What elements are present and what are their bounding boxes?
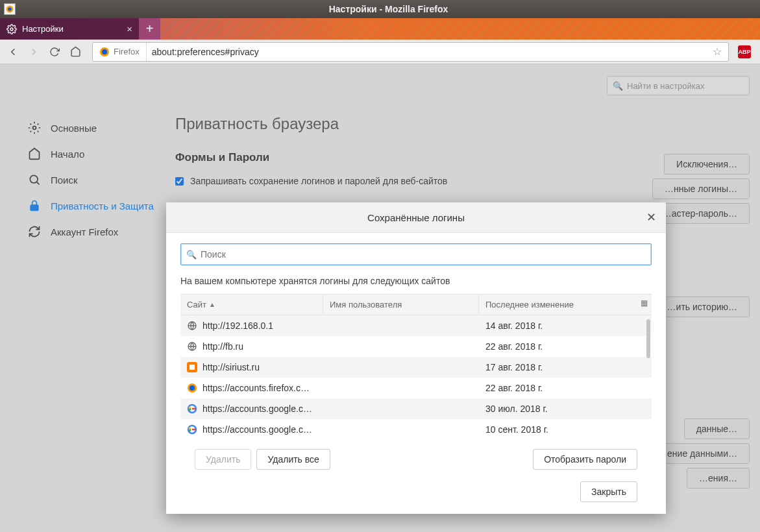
- column-picker-icon[interactable]: ▦: [641, 298, 648, 308]
- col-site[interactable]: Сайт▲: [180, 295, 323, 315]
- favicon: [187, 362, 197, 372]
- reload-button[interactable]: [45, 43, 64, 61]
- table-row[interactable]: https://accounts.firefox.c…22 авг. 2018 …: [180, 378, 652, 398]
- close-icon[interactable]: ×: [127, 23, 132, 34]
- table-row[interactable]: http://siriust.ru17 авг. 2018 г.: [180, 357, 652, 378]
- close-icon[interactable]: ✕: [644, 210, 658, 224]
- favicon: [187, 424, 197, 435]
- date-cell: 17 авг. 2018 г.: [479, 362, 652, 372]
- table-row[interactable]: http://fb.ru22 авг. 2018 г.: [180, 336, 652, 357]
- site-cell: http://192.168.0.1: [202, 320, 273, 331]
- app-icon: [4, 3, 16, 15]
- date-cell: 30 июл. 2018 г.: [479, 404, 652, 414]
- scrollbar[interactable]: [646, 319, 650, 358]
- col-username[interactable]: Имя пользователя: [323, 295, 479, 315]
- favicon: [187, 404, 197, 414]
- site-cell: https://accounts.google.c…: [202, 424, 312, 435]
- nav-toolbar: Firefox ☆ ABP: [0, 40, 760, 64]
- col-last-changed[interactable]: Последнее изменение: [479, 295, 652, 315]
- sort-asc-icon: ▲: [209, 301, 215, 308]
- dialog-footer: Удалить Удалить все Отобразить пароли: [180, 440, 652, 481]
- delete-all-button[interactable]: Удалить все: [256, 449, 330, 470]
- bookmark-star-icon[interactable]: ☆: [706, 45, 728, 58]
- logins-search-input[interactable]: [201, 249, 646, 260]
- date-cell: 10 сент. 2018 г.: [479, 424, 652, 435]
- dialog-title: Сохранённые логины: [367, 212, 465, 223]
- table-row[interactable]: http://192.168.0.114 авг. 2018 г.: [180, 315, 652, 336]
- forward-button[interactable]: [25, 43, 43, 61]
- table-row[interactable]: https://accounts.google.c…30 июл. 2018 г…: [180, 398, 652, 419]
- favicon: [187, 383, 197, 393]
- url-input[interactable]: [147, 47, 706, 57]
- urlbar[interactable]: Firefox ☆: [92, 42, 729, 62]
- svg-point-1: [8, 7, 11, 10]
- back-button[interactable]: [4, 43, 22, 61]
- favicon: [187, 341, 197, 352]
- table-row[interactable]: https://accounts.google.c…10 сент. 2018 …: [180, 419, 652, 440]
- svg-point-13: [190, 385, 195, 391]
- svg-point-4: [102, 49, 107, 54]
- table-header: Сайт▲ Имя пользователя Последнее изменен…: [180, 295, 652, 315]
- favicon: [187, 320, 197, 331]
- delete-button[interactable]: Удалить: [195, 449, 251, 470]
- identity-label: Firefox: [114, 47, 140, 56]
- date-cell: 14 авг. 2018 г.: [479, 320, 652, 331]
- dialog-header: Сохранённые логины ✕: [166, 202, 666, 233]
- logins-search[interactable]: 🔍: [180, 243, 652, 265]
- gear-icon: [6, 24, 17, 34]
- logins-table: Сайт▲ Имя пользователя Последнее изменен…: [180, 294, 652, 440]
- saved-logins-dialog: Сохранённые логины ✕ 🔍 На вашем компьюте…: [166, 202, 666, 514]
- search-icon: 🔍: [186, 250, 197, 260]
- site-cell: https://accounts.google.c…: [202, 404, 312, 414]
- tabstrip: Настройки × +: [0, 18, 760, 40]
- svg-point-2: [10, 28, 13, 30]
- date-cell: 22 авг. 2018 г.: [479, 383, 652, 393]
- tab-active[interactable]: Настройки ×: [0, 18, 139, 40]
- os-titlebar: Настройки - Mozilla Firefox: [0, 0, 760, 18]
- new-tab-button[interactable]: +: [139, 18, 160, 40]
- show-passwords-button[interactable]: Отобразить пароли: [533, 449, 637, 470]
- home-button[interactable]: [66, 43, 84, 61]
- site-cell: http://siriust.ru: [202, 362, 260, 372]
- close-button[interactable]: Закрыть: [580, 481, 637, 502]
- identity-box[interactable]: Firefox: [93, 43, 147, 61]
- tabstrip-bg: [160, 18, 760, 40]
- site-cell: http://fb.ru: [202, 341, 243, 352]
- table-body: http://192.168.0.114 авг. 2018 г.http://…: [180, 315, 652, 440]
- dialog-description: На вашем компьютере хранятся логины для …: [180, 276, 652, 286]
- date-cell: 22 авг. 2018 г.: [479, 341, 652, 352]
- tab-title: Настройки: [22, 24, 64, 34]
- site-cell: https://accounts.firefox.c…: [202, 383, 310, 393]
- svg-rect-11: [190, 365, 195, 370]
- firefox-icon: [99, 47, 110, 57]
- window-title: Настройки - Mozilla Firefox: [21, 4, 756, 14]
- adblock-icon[interactable]: ABP: [738, 45, 751, 58]
